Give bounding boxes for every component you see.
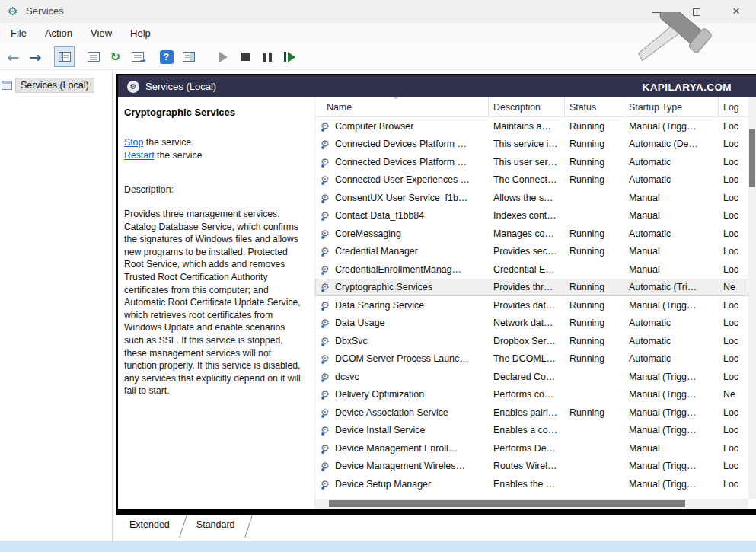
service-status: Running: [565, 228, 624, 239]
menu-bar: File Action View Help: [0, 23, 756, 44]
column-label: Description: [493, 102, 541, 113]
menu-view[interactable]: View: [81, 23, 121, 44]
table-row[interactable]: ⚙ Device Setup Manager Enables the … Man…: [315, 475, 748, 493]
table-row[interactable]: ⚙ Connected Devices Platform … This serv…: [315, 136, 748, 154]
column-header-name[interactable]: ^ Name: [315, 97, 489, 116]
table-row[interactable]: ⚙ Connected Devices Platform … This user…: [315, 153, 748, 171]
help-button[interactable]: ?: [156, 46, 177, 67]
service-status: Running: [565, 336, 624, 346]
maximize-button[interactable]: [677, 0, 716, 23]
service-log-on-as: Loc: [719, 174, 748, 185]
vertical-scrollbar[interactable]: [748, 97, 756, 499]
tree-item-services-local[interactable]: Services (Local): [2, 77, 112, 94]
horizontal-scrollbar[interactable]: [315, 499, 748, 509]
start-service-button[interactable]: [213, 46, 234, 67]
service-startup-type: Manual: [624, 443, 719, 454]
forward-button[interactable]: →: [25, 46, 46, 67]
services-header-icon: ⚙: [127, 81, 139, 93]
watermark-text: KAPILARYA.COM: [643, 75, 732, 99]
back-button[interactable]: ←: [3, 46, 24, 67]
service-log-on-as: Loc: [719, 372, 748, 382]
refresh-button[interactable]: ↻: [105, 46, 126, 67]
pause-service-icon: [263, 53, 272, 62]
service-startup-type: Automatic: [624, 228, 719, 239]
stop-service-suffix: the service: [143, 137, 191, 148]
export-list-button[interactable]: →: [127, 46, 148, 67]
console-tree-panel: Services (Local): [0, 70, 113, 541]
service-name: ConsentUX User Service_f1b…: [335, 193, 467, 203]
table-row[interactable]: ⚙ CredentialEnrollmentManag… Credential …: [315, 260, 748, 279]
table-row[interactable]: ⚙ Device Install Service Enables a co… M…: [315, 422, 748, 440]
table-row[interactable]: ⚙ dcsvc Declared Co… Manual (Trigg… Loc: [315, 368, 748, 386]
column-label: Status: [569, 102, 596, 113]
bottom-status-strip: [0, 541, 756, 552]
service-gear-icon: ⚙: [321, 246, 335, 257]
service-status: Running: [565, 121, 624, 132]
service-name: Device Association Service: [335, 407, 448, 418]
service-status: Running: [565, 157, 624, 168]
close-button[interactable]: ×: [716, 0, 756, 23]
service-gear-icon: ⚙: [321, 443, 335, 454]
service-gear-icon: ⚙: [321, 300, 335, 311]
table-row[interactable]: ⚙ Computer Browser Maintains a… Running …: [315, 117, 748, 136]
pause-service-button[interactable]: [257, 46, 278, 67]
service-startup-type: Automatic (Tri…: [624, 282, 719, 292]
service-name: Connected Devices Platform …: [335, 139, 467, 149]
menu-help[interactable]: Help: [121, 23, 160, 44]
table-row[interactable]: ⚙ Delivery Optimization Performs co… Man…: [315, 386, 748, 404]
table-body: ⚙ Computer Browser Maintains a… Running …: [315, 117, 748, 499]
service-description: Dropbox Ser…: [489, 336, 565, 346]
service-startup-type: Automatic: [624, 353, 719, 364]
panel-header-band: ⚙ Services (Local) KAPILARYA.COM: [118, 75, 756, 97]
service-startup-type: Automatic (De…: [624, 139, 719, 149]
service-description: Provides thr…: [489, 282, 565, 292]
restart-service-button[interactable]: [279, 46, 300, 67]
service-gear-icon: ⚙: [321, 336, 335, 346]
horizontal-scrollbar-thumb[interactable]: [329, 500, 685, 507]
restart-service-suffix: the service: [155, 150, 203, 161]
table-row[interactable]: ⚙ DbxSvc Dropbox Ser… Running Automatic …: [315, 332, 748, 350]
table-row[interactable]: ⚙ ConsentUX User Service_f1b… Allows the…: [315, 189, 748, 207]
column-header-description[interactable]: Description: [489, 97, 565, 116]
service-status: Running: [565, 353, 624, 364]
console-tree-toggle[interactable]: [54, 46, 75, 67]
service-log-on-as: Loc: [719, 210, 748, 221]
menu-file[interactable]: File: [2, 23, 36, 44]
service-name: Computer Browser: [335, 121, 413, 132]
tab-standard[interactable]: Standard: [185, 515, 247, 538]
service-log-on-as: Loc: [719, 264, 748, 275]
menu-action[interactable]: Action: [36, 23, 81, 44]
tab-extended[interactable]: Extended: [118, 515, 181, 538]
table-row[interactable]: ⚙ Cryptographic Services Provides thr… R…: [315, 279, 748, 297]
extended-pane-button[interactable]: [178, 46, 199, 67]
table-row[interactable]: ⚙ Device Association Service Enables pai…: [315, 404, 748, 422]
table-row[interactable]: ⚙ CoreMessaging Manages co… Running Auto…: [315, 225, 748, 243]
service-description: The Connect…: [489, 174, 565, 185]
table-row[interactable]: ⚙ Device Management Enroll… Performs De……: [315, 439, 748, 458]
table-row[interactable]: ⚙ Device Management Wireles… Routes Wire…: [315, 458, 748, 476]
table-row[interactable]: ⚙ Data Sharing Service Provides dat… Run…: [315, 296, 748, 314]
table-row[interactable]: ⚙ Data Usage Network dat… Running Automa…: [315, 314, 748, 333]
service-startup-type: Manual (Trigg…: [624, 407, 719, 418]
service-log-on-as: Loc: [719, 479, 748, 490]
table-row[interactable]: ⚙ Credential Manager Provides sec… Runni…: [315, 243, 748, 261]
service-startup-type: Automatic: [624, 174, 719, 185]
restart-service-link[interactable]: Restart: [124, 150, 155, 161]
services-panel: ⚙ Services (Local) KAPILARYA.COM Cryptog…: [116, 74, 756, 515]
column-header-startup-type[interactable]: Startup Type: [624, 97, 719, 116]
service-description: This service i…: [489, 139, 565, 149]
minimize-button[interactable]: —: [637, 0, 677, 23]
service-name: Data Sharing Service: [335, 300, 424, 311]
console-root-icon: [2, 81, 12, 90]
stop-service-button[interactable]: [235, 46, 256, 67]
service-description: Provides sec…: [489, 246, 565, 257]
start-service-icon: [219, 52, 228, 62]
stop-service-link[interactable]: Stop: [124, 137, 143, 148]
service-log-on-as: Loc: [719, 228, 748, 239]
vertical-scrollbar-thumb[interactable]: [749, 129, 755, 187]
table-row[interactable]: ⚙ Contact Data_f1bb84 Indexes cont… Manu…: [315, 207, 748, 225]
column-header-status[interactable]: Status: [565, 97, 624, 116]
properties-button[interactable]: [83, 46, 104, 67]
table-row[interactable]: ⚙ DCOM Server Process Launc… The DCOML… …: [315, 350, 748, 369]
table-row[interactable]: ⚙ Connected User Experiences … The Conne…: [315, 171, 748, 190]
